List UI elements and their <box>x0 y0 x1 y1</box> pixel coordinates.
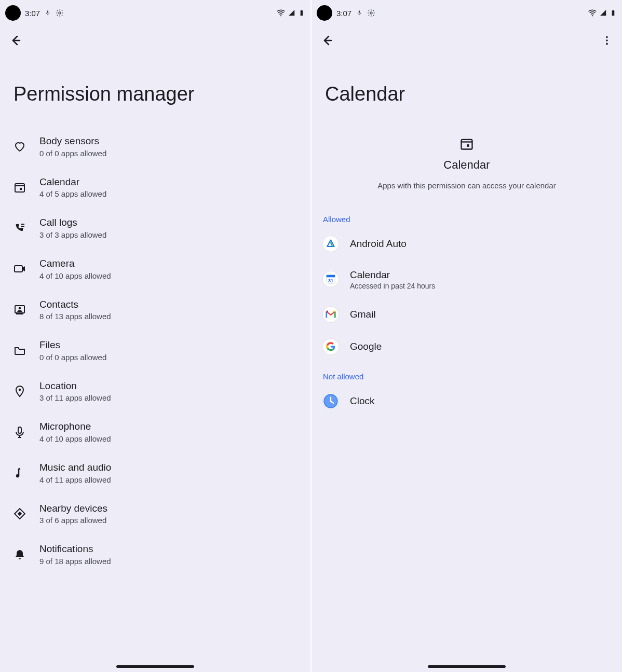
permission-item-music[interactable]: Music and audio 4 of 11 apps allowed <box>0 452 310 493</box>
app-item-android-auto[interactable]: Android Auto <box>312 228 622 260</box>
toolbar <box>312 26 622 55</box>
toolbar <box>0 26 310 55</box>
permission-manager-screen: 3:07 Permission manager Body sensors 0 o… <box>0 0 312 672</box>
status-bar: 3:07 <box>312 0 622 26</box>
wifi-icon <box>588 8 597 18</box>
app-label: Google <box>350 340 382 353</box>
signal-icon <box>288 9 296 17</box>
svg-point-24 <box>330 400 332 402</box>
permission-list: Body sensors 0 of 0 apps allowed Calenda… <box>0 126 310 575</box>
not-allowed-app-list: Clock <box>312 385 622 417</box>
permission-description: Apps with this permission can access you… <box>377 181 556 190</box>
gmail-app-icon <box>323 307 338 322</box>
battery-icon <box>610 8 617 18</box>
auto-app-icon <box>323 236 338 252</box>
permission-item-calendar[interactable]: Calendar 4 of 5 apps allowed <box>0 167 310 208</box>
permission-label: Microphone <box>39 420 111 433</box>
svg-rect-19 <box>327 275 335 278</box>
permission-subtitle: 4 of 10 apps allowed <box>39 433 111 444</box>
permission-item-camera[interactable]: Camera 4 of 10 apps allowed <box>0 249 310 290</box>
notification-dot <box>317 5 332 21</box>
status-time: 3:07 <box>336 9 351 18</box>
app-label: Clock <box>350 394 375 408</box>
allowed-app-list: Android Auto 31 Calendar Accessed in pas… <box>312 228 622 363</box>
permission-label: Location <box>39 379 111 393</box>
permission-item-contacts[interactable]: Contacts 8 of 13 apps allowed <box>0 290 310 331</box>
more-icon[interactable] <box>601 35 613 46</box>
permission-subtitle: 4 of 10 apps allowed <box>39 270 111 281</box>
permission-label: Body sensors <box>39 134 106 148</box>
clock-app-icon <box>323 393 338 409</box>
page-title: Permission manager <box>0 55 310 126</box>
permission-label: Contacts <box>39 298 111 311</box>
permission-hero: Calendar Apps with this permission can a… <box>312 126 622 205</box>
signal-icon <box>599 9 607 17</box>
permission-item-location[interactable]: Location 3 of 11 apps allowed <box>0 371 310 412</box>
status-bar: 3:07 <box>0 0 310 26</box>
google-app-icon <box>323 339 338 354</box>
app-label: Android Auto <box>350 237 407 251</box>
svg-text:31: 31 <box>328 278 333 283</box>
permission-label: Nearby devices <box>39 502 107 515</box>
permission-label: Notifications <box>39 542 111 556</box>
permission-subtitle: 8 of 13 apps allowed <box>39 311 111 322</box>
gear-status-icon <box>56 9 64 17</box>
back-icon[interactable] <box>321 34 333 47</box>
wifi-icon <box>276 8 286 18</box>
permission-item-mic[interactable]: Microphone 4 of 10 apps allowed <box>0 412 310 452</box>
notification-dot <box>5 5 21 21</box>
status-time: 3:07 <box>25 9 40 18</box>
permission-label: Camera <box>39 257 111 270</box>
calendar-permission-screen: 3:07 Calendar Calendar Apps with this pe… <box>312 0 623 672</box>
location-icon <box>13 385 26 397</box>
nav-handle[interactable] <box>428 665 506 668</box>
permission-item-folder[interactable]: Files 0 of 0 apps allowed <box>0 330 310 371</box>
permission-subtitle: 3 of 3 apps allowed <box>39 229 106 240</box>
not-allowed-header: Not allowed <box>312 363 622 385</box>
mic-icon <box>13 426 26 438</box>
camera-icon <box>13 263 26 275</box>
permission-item-heart[interactable]: Body sensors 0 of 0 apps allowed <box>0 126 310 167</box>
gcal-app-icon: 31 <box>323 271 338 287</box>
permission-subtitle: 9 of 18 apps allowed <box>39 556 111 567</box>
back-icon[interactable] <box>9 34 22 47</box>
app-subtitle: Accessed in past 24 hours <box>350 282 435 290</box>
heart-icon <box>13 140 26 153</box>
app-item-clock[interactable]: Clock <box>312 385 622 417</box>
permission-subtitle: 4 of 11 apps allowed <box>39 474 111 485</box>
folder-icon <box>13 345 26 357</box>
allowed-header: Allowed <box>312 205 622 228</box>
nav-handle[interactable] <box>116 665 194 668</box>
music-icon <box>13 467 26 479</box>
app-label: Calendar <box>350 268 435 282</box>
permission-item-calllog[interactable]: Call logs 3 of 3 apps allowed <box>0 208 310 249</box>
nearby-icon <box>13 508 26 520</box>
contacts-icon <box>13 304 26 316</box>
app-item-google[interactable]: Google <box>312 331 622 363</box>
permission-label: Call logs <box>39 216 106 229</box>
permission-subtitle: 4 of 5 apps allowed <box>39 188 106 199</box>
calllog-icon <box>13 222 26 235</box>
permission-subtitle: 3 of 6 apps allowed <box>39 515 107 526</box>
gear-status-icon <box>367 9 375 17</box>
permission-item-nearby[interactable]: Nearby devices 3 of 6 apps allowed <box>0 493 310 534</box>
page-title: Calendar <box>312 55 622 126</box>
permission-subtitle: 0 of 0 apps allowed <box>39 352 106 363</box>
app-label: Gmail <box>350 308 376 321</box>
calendar-icon <box>13 181 26 194</box>
app-item-gmail[interactable]: Gmail <box>312 298 622 331</box>
permission-name: Calendar <box>443 158 490 172</box>
permission-label: Calendar <box>39 175 106 189</box>
mic-status-icon <box>356 9 363 17</box>
calendar-icon <box>459 136 474 151</box>
bell-icon <box>13 548 26 561</box>
battery-icon <box>298 8 305 18</box>
permission-label: Files <box>39 338 106 352</box>
mic-status-icon <box>44 9 51 17</box>
permission-item-bell[interactable]: Notifications 9 of 18 apps allowed <box>0 534 310 575</box>
permission-subtitle: 3 of 11 apps allowed <box>39 392 111 403</box>
app-item-calendar[interactable]: 31 Calendar Accessed in past 24 hours <box>312 260 622 298</box>
permission-label: Music and audio <box>39 461 111 474</box>
permission-subtitle: 0 of 0 apps allowed <box>39 148 106 159</box>
